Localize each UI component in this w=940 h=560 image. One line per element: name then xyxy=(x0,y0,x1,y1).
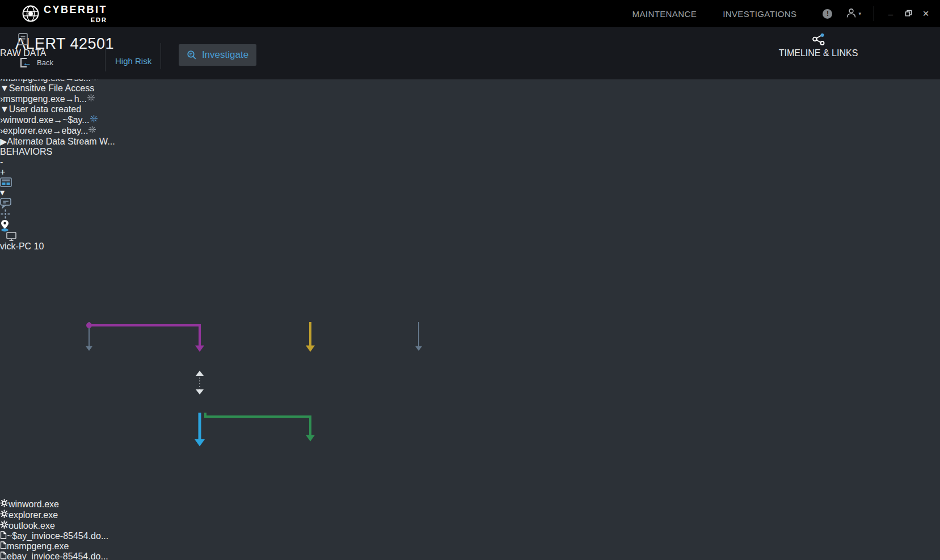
edge-dropper-by-md5 xyxy=(86,323,204,352)
user-icon xyxy=(846,8,857,20)
divider xyxy=(161,43,161,69)
graph-node-explorer[interactable]: explorer.exe xyxy=(0,510,940,520)
graph-node-msmp-file[interactable]: msmpgeng.exe xyxy=(0,541,940,551)
divider xyxy=(874,6,874,21)
behavior-source: explorer.exe xyxy=(3,126,52,135)
zoom-out-button[interactable]: - xyxy=(0,157,940,167)
collapse-triangle-icon[interactable]: ▼ xyxy=(0,83,9,93)
investigate-button[interactable]: Investigate xyxy=(179,44,256,66)
tree-leaf-row[interactable]: ›msmpgeng.exe→h... xyxy=(0,94,940,104)
graph-node-ebay-file[interactable]: ebay_invioce-85454.do... xyxy=(0,551,940,560)
behavior-group-label: Sensitive File Access xyxy=(9,83,94,93)
node-label: ~$ay_invioce-85454.do... xyxy=(7,531,108,541)
gear-icon xyxy=(0,499,9,509)
machine-group-panel: vick-PC 10 winword.exeexplorer.exeoutloo… xyxy=(0,232,940,560)
fit-view-button[interactable] xyxy=(0,209,940,219)
node-label: outlook.exe xyxy=(9,521,55,531)
monitor-icon xyxy=(6,232,940,241)
locate-button[interactable] xyxy=(0,219,940,232)
edge-sensitive-file-access xyxy=(205,413,315,442)
minimize-button[interactable]: – xyxy=(883,9,898,19)
layout-button[interactable]: ▾ xyxy=(0,177,940,198)
risk-badge: High Risk xyxy=(115,56,151,66)
layout-grid-icon xyxy=(0,177,940,187)
behavior-source: msmpgeng.exe xyxy=(3,94,65,104)
behavior-star-icon xyxy=(90,115,98,125)
arrow-right-icon: → xyxy=(65,94,74,104)
edge-program-edited-another-program xyxy=(195,413,205,447)
brand-name: CYBERBIT xyxy=(44,5,107,15)
file-icon xyxy=(0,551,7,560)
cyberbit-logo: CYBERBIT EDR xyxy=(22,5,107,25)
behavior-target: ebay... xyxy=(62,126,88,135)
node-label: ebay_invioce-85454.do... xyxy=(7,551,108,560)
behavior-source: winword.exe xyxy=(3,115,53,125)
document-icon xyxy=(17,32,29,48)
tab-behaviors[interactable]: BEHAVIORS xyxy=(0,147,940,157)
edge-alternate-data-stream-write xyxy=(415,322,422,351)
crosshair-icon xyxy=(0,209,940,219)
menu-investigations[interactable]: INVESTIGATIONS xyxy=(723,9,796,19)
divider xyxy=(105,39,106,71)
behavior-star-icon xyxy=(87,94,95,104)
alert-header: ALERT 42501 ← Back High Risk Investigate… xyxy=(0,27,940,79)
collapse-triangle-icon[interactable]: ▼ xyxy=(0,104,9,114)
behavior-star-icon xyxy=(88,126,96,135)
comments-button[interactable] xyxy=(0,198,940,209)
behavior-target: ~$ay... xyxy=(62,115,89,125)
gear-icon xyxy=(0,510,9,520)
graph-node-outlook[interactable]: outlook.exe xyxy=(0,520,940,531)
file-icon xyxy=(0,531,7,541)
arrow-right-icon: → xyxy=(53,126,62,135)
node-count-badge: 10 xyxy=(34,241,44,251)
notifications-icon[interactable]: ! xyxy=(823,9,832,19)
graph-edges xyxy=(0,252,508,497)
edge-file-process-link xyxy=(196,371,204,394)
machine-header[interactable]: vick-PC 10 xyxy=(0,232,940,252)
behavior-group-label: Alternate Data Stream W... xyxy=(7,137,115,146)
user-menu-button[interactable]: ▾ xyxy=(846,8,861,20)
cyberbit-edr-window: CYBERBIT EDR MAINTENANCE INVESTIGATIONS … xyxy=(0,0,940,560)
brand-product: EDR xyxy=(91,16,107,23)
magnifier-icon xyxy=(187,50,197,61)
tab-raw-data[interactable]: RAW DATA xyxy=(0,32,46,79)
menu-maintenance[interactable]: MAINTENANCE xyxy=(633,9,697,19)
tree-group-row[interactable]: ▶Alternate Data Stream W... xyxy=(0,136,940,147)
machine-name: vick-PC xyxy=(0,241,31,251)
graph-node-winword[interactable]: winword.exe xyxy=(0,499,940,510)
behavior-target: h... xyxy=(74,94,87,104)
tree-group-row[interactable]: ▼User data created xyxy=(0,104,940,114)
globe-icon xyxy=(22,5,40,25)
node-label: winword.exe xyxy=(9,499,59,509)
chevron-down-icon: ▾ xyxy=(858,11,861,16)
location-pin-icon xyxy=(0,219,940,232)
behavior-group-label: User data created xyxy=(9,104,81,114)
node-label: explorer.exe xyxy=(9,510,58,520)
speech-bubble-icon xyxy=(0,198,940,209)
expand-triangle-icon[interactable]: ▶ xyxy=(0,137,7,146)
share-nodes-icon xyxy=(811,32,826,48)
node-label: msmpgeng.exe xyxy=(7,541,69,551)
arrow-right-icon: → xyxy=(53,115,62,125)
gear-icon xyxy=(0,521,9,531)
tab-timeline-and-links[interactable]: TIMELINE & LINKS xyxy=(773,32,863,79)
tree-group-row[interactable]: ▼Sensitive File Access xyxy=(0,83,940,94)
graph-node-say-file[interactable]: ~$ay_invioce-85454.do... xyxy=(0,531,940,541)
close-button[interactable]: × xyxy=(918,7,933,20)
graph-toolbar: -+▾ xyxy=(0,157,940,232)
edge-user-data-created xyxy=(306,322,315,352)
chevron-down-icon: ▾ xyxy=(0,188,5,197)
file-icon xyxy=(0,541,7,551)
tree-leaf-row[interactable]: ›winword.exe→~$ay... xyxy=(0,114,940,125)
zoom-in-button[interactable]: + xyxy=(0,167,940,177)
top-bar: CYBERBIT EDR MAINTENANCE INVESTIGATIONS … xyxy=(0,0,940,27)
restore-window-button[interactable] xyxy=(901,9,916,19)
tree-leaf-row[interactable]: ›explorer.exe→ebay... xyxy=(0,125,940,136)
